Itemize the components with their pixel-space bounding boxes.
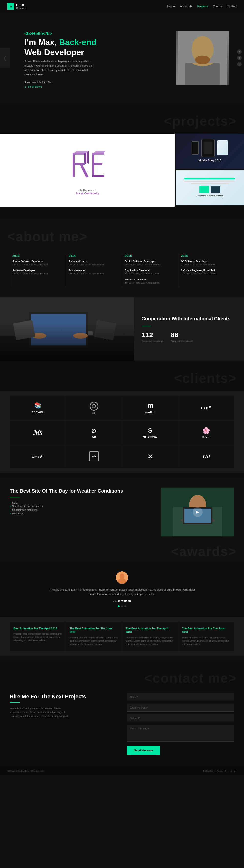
hero-section: ❮ <b>Hello</b> I'm Max, Back-end Web Dev… (0, 13, 244, 103)
x-logo-icon: ✕ (147, 453, 153, 461)
subject-input[interactable] (127, 714, 234, 722)
projects-watermark: <projects> (0, 108, 244, 134)
project-website[interactable]: Awesome Website Design (176, 170, 244, 205)
client-x[interactable]: ✕ (122, 445, 178, 468)
footer: ©Maxwebsitedeveloper@thanks.com Follow M… (0, 767, 244, 775)
job-detail-2015-3: Jan 2013 – Nov 2013 • Asia Istanbul (125, 281, 176, 285)
social-fb-icon[interactable]: f (237, 50, 242, 54)
award-card-2[interactable]: The Best Animation For The June 2017 Pra… (66, 622, 122, 651)
re-expression-label: Re ExpressionSocial Community (76, 189, 99, 195)
award-card-4[interactable]: The Best Animation For The June 2018 Pra… (179, 622, 234, 651)
website-inner: Awesome Website Design (176, 170, 244, 205)
nav-home[interactable]: Home (167, 5, 175, 8)
nav-projects[interactable]: Projects (197, 5, 208, 8)
award-card-2-desc: Praesent vitae dui facilisis mi lacinia,… (70, 636, 118, 646)
client-labo[interactable]: LABÖ (179, 396, 234, 421)
job-detail-2014-1: Dec 2013 – Nov 2015 • Asia Istanbul (69, 263, 119, 267)
nav-arrow-left[interactable]: ❮ (0, 48, 10, 68)
client-circle[interactable]: ●○ (66, 396, 122, 421)
job-2014-1: Technical Intern Dec 2013 – Nov 2015 • A… (69, 260, 119, 267)
projects-section: <projects> (0, 103, 244, 219)
hero-name-intro: I'm Max, Back-end (24, 37, 97, 47)
send-button[interactable]: Send Message (127, 746, 160, 755)
nav-about[interactable]: About Me (180, 5, 192, 8)
contact-watermark: <contact me> (0, 668, 244, 688)
svg-rect-26 (94, 320, 116, 340)
nav-clients[interactable]: Clients (213, 5, 222, 8)
awards-section: The Best Site Of The Day for Weather Con… (0, 478, 244, 661)
nav-links: Home About Me Projects Clients Contact (167, 5, 237, 8)
client-ms[interactable]: ℳS (10, 421, 65, 445)
social-tw-icon[interactable]: t (237, 56, 242, 60)
brain-flower-icon: 🌸 (202, 427, 210, 434)
award-card-3[interactable]: The Best Animation For The April 2018 Pr… (122, 622, 178, 651)
award-tag-web: General web marketing (10, 508, 154, 511)
hero-title: <b>Hello</b> I'm Max, Back-end Web Devel… (24, 27, 176, 57)
svg-point-3 (195, 56, 210, 64)
timeline-2016: 2016 OS Software Developer Jul 2015 – Fe… (178, 254, 234, 287)
nav-contact[interactable]: Contact (227, 5, 237, 8)
footer-in-icon[interactable]: in (231, 770, 232, 772)
award-text-block: The Best Site Of The Day for Weather Con… (10, 488, 161, 536)
client-gear[interactable]: ⚙ ⚙⚙ (66, 421, 122, 445)
client-limbo[interactable]: Limbo2+ (10, 445, 65, 468)
footer-gplus-icon[interactable]: g+ (234, 770, 237, 772)
ab-box-icon: ab (89, 452, 99, 461)
social-sidebar: f t in (237, 50, 242, 66)
job-2014-2: Jr. c developer Dec 2013 – Nov 2015 • As… (69, 269, 119, 275)
about-section: <about me> 2013 Junior Software Develope… (0, 219, 244, 297)
stat-2-number: 86 (171, 331, 193, 339)
clients-section: <clients> 📚 enovate ●○ m mellor LABÖ ℳS … (0, 361, 244, 478)
mellor-name: mellor (145, 410, 155, 414)
svg-rect-11 (92, 163, 102, 165)
client-enovate[interactable]: 📚 enovate (10, 396, 65, 421)
client-gd[interactable]: Gd (179, 445, 234, 468)
cooperation-image (0, 297, 134, 361)
email-input[interactable] (127, 704, 234, 712)
svg-point-24 (105, 329, 112, 331)
svg-rect-12 (92, 175, 104, 177)
job-title-2013-2: Software Developer (12, 269, 63, 272)
award-card-4-desc: Praesent facilisis mi lacinia est, congu… (182, 636, 231, 646)
client-ab[interactable]: ab (66, 445, 122, 468)
svg-marker-13 (75, 151, 88, 153)
award-card-4-title: The Best Animation For The June 2018 (182, 627, 231, 634)
footer-tw-icon[interactable]: t (228, 770, 228, 772)
award-image-block: ▶ (161, 488, 234, 536)
job-title-2015-1: Senior Software Developer (125, 260, 176, 263)
svg-rect-25 (13, 320, 35, 340)
name-input[interactable] (127, 693, 234, 701)
play-button[interactable]: ▶ (193, 507, 202, 517)
scroll-label: Scroll Down (28, 85, 42, 88)
project-mobile-shop[interactable]: Mobile Shop 2018 (176, 134, 244, 169)
logo-text: BRDG (16, 3, 27, 7)
award-card-1[interactable]: Best Animation For The April 2016 Praese… (10, 622, 65, 651)
clients-watermark: <clients> (0, 366, 244, 391)
circle-logo-name: ●○ (92, 411, 96, 414)
message-textarea[interactable] (127, 724, 234, 742)
job-2015-3: Software Developer Jan 2013 – Nov 2013 •… (125, 278, 176, 285)
logo[interactable]: ⊡ BRDG Developer (7, 3, 27, 10)
award-tag-social: Social media enhancements (10, 505, 154, 508)
dot-1[interactable] (117, 605, 119, 607)
limbo-name: Limbo2+ (32, 455, 44, 459)
award-card-2-title: The Best Animation For The June 2017 (70, 627, 118, 634)
footer-fb-icon[interactable]: f (225, 770, 226, 772)
re-logo: Re ExpressionSocial Community (68, 145, 107, 195)
projects-grid: Re ExpressionSocial Community Mobile Sho… (0, 134, 244, 214)
svg-rect-18 (24, 331, 93, 335)
dot-3[interactable] (125, 605, 127, 607)
ms-logo: ℳS (33, 430, 43, 436)
job-detail-2013-2: Jan 2013 – Nov 2013 • Asia Istanbul (12, 272, 63, 275)
client-mellor[interactable]: m mellor (122, 396, 178, 421)
scroll-down-button[interactable]: ↓ Scroll Down (24, 85, 176, 89)
award-card-1-desc: Praesent vitae dui facilisis mi lacinia,… (13, 632, 62, 642)
social-in-icon[interactable]: in (237, 62, 242, 66)
client-superia[interactable]: S SUPERIA (122, 421, 178, 445)
dot-2[interactable] (121, 605, 123, 607)
svg-rect-23 (105, 330, 112, 339)
client-brain[interactable]: 🌸 Brain (179, 421, 234, 445)
contact-description: In mattis tincidunt quam non fermentum. … (10, 707, 71, 718)
svg-rect-5 (73, 153, 85, 155)
project-card-re[interactable]: Re ExpressionSocial Community (0, 134, 175, 207)
